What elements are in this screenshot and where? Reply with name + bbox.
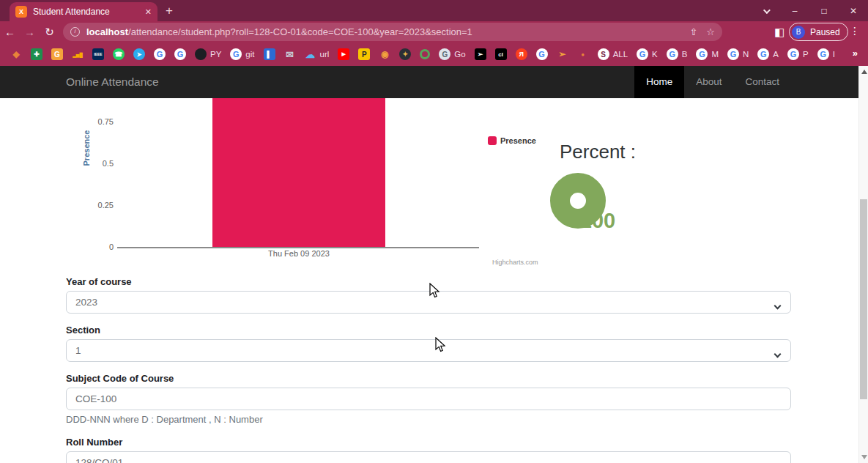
bookmark-item[interactable]: ✦: [399, 48, 411, 60]
tab-contact[interactable]: Contact: [733, 66, 791, 98]
browser-tab[interactable]: X Student Attendance ✕: [10, 2, 157, 21]
tab-about[interactable]: About: [684, 66, 733, 98]
bookmark-item[interactable]: ➢: [475, 48, 486, 60]
bookmark-item[interactable]: [420, 49, 430, 59]
highcharts-credits[interactable]: Highcharts.com: [492, 259, 538, 266]
charts-section: Presence 0.750.50.250 Thu Feb 09 2023 Pr…: [0, 98, 858, 276]
profile-avatar: B: [792, 26, 805, 39]
back-icon[interactable]: ←: [0, 26, 20, 38]
bookmark-item[interactable]: Я: [516, 48, 527, 60]
browser-chrome: X Student Attendance ✕ + – □ ✕ ← → ↻ i l…: [0, 0, 868, 66]
tab-home[interactable]: Home: [634, 66, 684, 98]
bookmark-item[interactable]: G A: [757, 48, 779, 60]
bookmark-item[interactable]: G: [536, 48, 548, 60]
reload-icon[interactable]: ↻: [40, 26, 59, 39]
year-select[interactable]: 2023: [66, 291, 791, 314]
google-icon: G: [787, 48, 799, 60]
field-label: Year of course: [66, 276, 791, 288]
bookmark-item[interactable]: IEEE: [92, 48, 104, 60]
google-icon: G: [174, 48, 186, 60]
roll-number-input[interactable]: 128/CO/01: [66, 451, 791, 463]
bookmark-item[interactable]: G Go: [439, 48, 465, 60]
bookmark-item[interactable]: ☎: [113, 48, 125, 60]
field-help: DDD-NNN where D : Department , N : Numbe…: [66, 414, 791, 426]
youtube-icon: ▶: [338, 48, 349, 60]
bookmark-label: ALL: [613, 50, 628, 59]
window-restore-button[interactable]: □: [809, 6, 839, 16]
telegram-icon: ➤: [133, 48, 145, 60]
page-scrollbar[interactable]: [858, 66, 868, 463]
bookmark-label: Go: [454, 50, 465, 59]
bookmark-star-icon[interactable]: ☆: [706, 26, 715, 37]
bookmark-item[interactable]: PY: [195, 48, 221, 60]
bookmark-label: P: [803, 50, 809, 59]
camera-icon: ◉: [379, 48, 390, 60]
field-value: 1: [75, 345, 81, 356]
bookmark-item[interactable]: ➤: [133, 48, 145, 60]
window-menu-chevron-icon[interactable]: [751, 6, 780, 16]
y-tick: 0.5: [81, 159, 114, 168]
side-panel-icon[interactable]: ◧: [774, 26, 784, 39]
legend-label: Presence: [500, 136, 536, 145]
bookmark-item[interactable]: G B: [667, 48, 688, 60]
share-icon[interactable]: ⇧: [689, 26, 697, 37]
google-icon: G: [817, 48, 829, 60]
scroll-up-icon[interactable]: [861, 70, 867, 74]
forward-icon[interactable]: →: [20, 26, 40, 38]
x-axis-label: Thu Feb 09 2023: [268, 249, 330, 258]
bookmark-item[interactable]: G K: [637, 48, 658, 60]
google-icon: G: [667, 48, 678, 60]
presence-bar: [212, 98, 385, 248]
bookmark-item[interactable]: cl: [495, 48, 507, 60]
bookmark-item[interactable]: G git: [230, 48, 254, 60]
bookmark-item[interactable]: ◆: [10, 48, 22, 60]
bookmark-item[interactable]: G: [154, 48, 166, 60]
scrollbar-thumb[interactable]: [860, 199, 867, 399]
bookmark-item[interactable]: G P: [787, 48, 809, 60]
diamond-icon: ◆: [10, 48, 22, 60]
bookmark-item[interactable]: G: [51, 48, 63, 60]
s-icon: S: [598, 48, 609, 60]
address-bar[interactable]: i localhost/attendance/student.php?roll=…: [63, 23, 722, 41]
field-label: Subject Code of Course: [66, 373, 791, 385]
percent-chart: Percent : 100: [542, 98, 653, 276]
window-minimize-button[interactable]: –: [780, 6, 809, 16]
url-text[interactable]: localhost/attendance/student.php?roll=12…: [86, 26, 683, 37]
section-select[interactable]: 1: [66, 339, 791, 362]
bookmark-item[interactable]: G: [174, 48, 186, 60]
y-tick: 0: [81, 242, 114, 251]
flag-icon: ▌: [264, 48, 275, 60]
site-brand[interactable]: Online Attendance: [66, 75, 159, 89]
new-tab-button[interactable]: +: [166, 4, 173, 18]
bookmark-item[interactable]: ▂▅█: [72, 48, 84, 60]
bookmark-item[interactable]: ▶: [338, 48, 349, 60]
bookmark-item[interactable]: ➢: [557, 48, 568, 60]
bookmark-item[interactable]: ▌: [264, 48, 275, 60]
google-icon: G: [757, 48, 769, 60]
bookmark-item[interactable]: ◉: [379, 48, 390, 60]
bookmarks-bar: » ◆ ✚ G ▂▅█: [0, 42, 868, 66]
bookmark-item[interactable]: G I: [817, 48, 835, 60]
site-info-icon[interactable]: i: [70, 27, 80, 37]
field-value: COE-100: [75, 393, 116, 404]
window-close-button[interactable]: ✕: [839, 6, 868, 16]
bookmark-item[interactable]: ✚: [31, 48, 42, 60]
pastebin-icon: P: [358, 48, 370, 60]
tab-close-icon[interactable]: ✕: [145, 7, 152, 17]
bookmark-item[interactable]: ●: [577, 48, 589, 60]
bookmarks-overflow-icon[interactable]: »: [853, 48, 858, 59]
scroll-down-icon[interactable]: [861, 455, 867, 459]
browser-menu-icon[interactable]: ⋮: [850, 25, 860, 37]
profile-paused-badge[interactable]: B Paused: [789, 23, 848, 41]
bookmark-item[interactable]: G N: [727, 48, 749, 60]
form-group: Roll Number 128/CO/01: [66, 437, 791, 463]
clever-icon: cl: [495, 48, 507, 60]
bookmark-item[interactable]: S ALL: [598, 48, 628, 60]
chart-legend[interactable]: Presence: [488, 136, 536, 145]
bookmark-item[interactable]: G M: [696, 48, 719, 60]
bookmark-item[interactable]: ☁ url: [305, 48, 330, 60]
subject-code-input[interactable]: COE-100: [66, 388, 791, 410]
mail-icon: ✉: [284, 48, 296, 60]
bookmark-item[interactable]: ✉: [284, 48, 296, 60]
bookmark-item[interactable]: P: [358, 48, 370, 60]
